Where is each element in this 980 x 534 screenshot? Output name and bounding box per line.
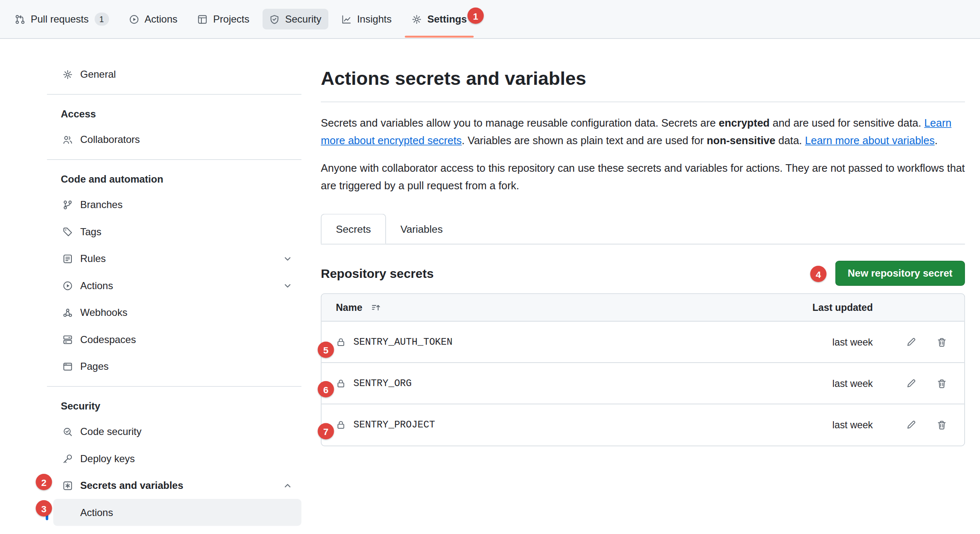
webhook-icon <box>63 308 73 318</box>
tab-actions[interactable]: Actions <box>119 0 188 38</box>
codespaces-icon <box>63 334 73 344</box>
sidebar-section-code-and-automation: Code and automation <box>47 166 302 191</box>
sidebar-item-label: Rules <box>80 253 106 264</box>
github-repo-settings-page: Pull requests 1 Actions Projects Securit… <box>0 0 980 534</box>
secret-name: SENTRY_PROJECT <box>353 420 435 431</box>
tag-icon <box>63 226 73 236</box>
link-variables[interactable]: Learn more about variables <box>805 135 934 147</box>
divider <box>47 159 302 160</box>
section-title: Repository secrets <box>321 266 434 281</box>
sidebar-item-actions[interactable]: Actions <box>47 272 302 299</box>
column-header-name[interactable]: Name <box>336 302 362 313</box>
intro-text: . <box>934 135 937 147</box>
sidebar-item-tags[interactable]: Tags <box>47 218 302 245</box>
sidebar-item-label: Pages <box>80 361 109 372</box>
sidebar-item-branches[interactable]: Branches <box>47 191 302 219</box>
sidebar-item-rules[interactable]: Rules <box>47 245 302 272</box>
tab-label: Settings <box>427 14 467 25</box>
annotation-badge-2: 2 <box>36 474 52 490</box>
sidebar-item-label: Webhooks <box>80 307 127 318</box>
secret-row-sentry-org: SENTRY_ORG last week <box>322 363 965 404</box>
chevron-up-icon <box>283 481 293 491</box>
tab-secrets[interactable]: Secrets <box>321 214 386 244</box>
secret-last-updated: last week <box>804 336 873 348</box>
delete-secret-button[interactable] <box>937 378 947 388</box>
secret-name-cell: SENTRY_ORG <box>332 378 804 389</box>
intro-text: and are used for sensitive data. <box>769 117 924 130</box>
sidebar-item-secrets-and-variables[interactable]: Secrets and variables <box>47 472 302 499</box>
sidebar-item-label: Actions <box>80 280 113 291</box>
sidebar-section-access: Access <box>47 101 302 126</box>
sidebar-item-pages[interactable]: Pages <box>47 353 302 380</box>
annotation-badge-5: 5 <box>318 342 334 358</box>
sidebar-item-label: General <box>80 69 116 80</box>
browser-icon <box>63 361 73 371</box>
tab-projects[interactable]: Projects <box>188 0 259 38</box>
secret-name: SENTRY_AUTH_TOKEN <box>353 336 452 348</box>
git-branch-icon <box>63 200 73 210</box>
column-header-name-cell: Name <box>332 302 804 313</box>
sidebar-item-label: Collaborators <box>80 134 140 145</box>
delete-secret-button[interactable] <box>937 337 947 347</box>
sidebar-item-deploy-keys[interactable]: Deploy keys <box>47 445 302 472</box>
people-icon <box>63 135 73 145</box>
sidebar-item-collaborators[interactable]: Collaborators <box>47 126 302 153</box>
tab-variables[interactable]: Variables <box>386 214 457 244</box>
secret-actions-cell <box>873 337 955 347</box>
annotation-badge-4: 4 <box>810 266 827 282</box>
sidebar-item-webhooks[interactable]: Webhooks <box>47 299 302 326</box>
delete-secret-button[interactable] <box>937 420 947 430</box>
intro-text: Secrets and variables allow you to manag… <box>321 117 719 130</box>
tab-pull-requests[interactable]: Pull requests 1 <box>5 0 119 38</box>
secrets-table: Name Last updated SENTRY_AUTH_TOKEN last… <box>321 293 965 446</box>
asterisk-box-icon <box>63 481 73 491</box>
repo-tab-navigation: Pull requests 1 Actions Projects Securit… <box>0 0 980 39</box>
play-circle-icon <box>129 14 139 24</box>
chevron-down-icon <box>283 254 293 264</box>
annotation-badge-7: 7 <box>318 423 334 440</box>
gear-icon <box>411 14 421 24</box>
secret-name-cell: SENTRY_AUTH_TOKEN <box>332 336 804 348</box>
new-repository-secret-button[interactable]: New repository secret <box>835 261 965 286</box>
sort-ascending-icon[interactable] <box>371 303 381 313</box>
edit-secret-button[interactable] <box>906 420 916 430</box>
secret-actions-cell <box>873 420 955 430</box>
sidebar-item-label: Tags <box>80 226 102 237</box>
tab-label: Actions <box>145 14 178 25</box>
graph-icon <box>341 14 351 24</box>
tab-label: Security <box>285 14 322 25</box>
intro-text: data. <box>775 135 805 147</box>
secrets-table-header: Name Last updated <box>322 294 965 322</box>
edit-secret-button[interactable] <box>906 337 916 347</box>
rules-icon <box>63 254 73 264</box>
secret-row-sentry-project: SENTRY_PROJECT last week <box>322 404 965 446</box>
secret-last-updated: last week <box>804 378 873 389</box>
sidebar-item-label: Deploy keys <box>80 453 135 464</box>
lock-icon <box>336 420 346 430</box>
active-tab-underline <box>405 36 474 38</box>
tab-label: Projects <box>213 14 249 25</box>
intro-bold-non-sensitive: non-sensitive <box>707 135 775 147</box>
secret-last-updated: last week <box>804 420 873 431</box>
annotation-badge-3: 3 <box>36 500 52 516</box>
edit-secret-button[interactable] <box>906 378 916 388</box>
sidebar-item-codespaces[interactable]: Codespaces <box>47 326 302 353</box>
tab-settings[interactable]: Settings <box>401 0 477 38</box>
sidebar-item-code-security[interactable]: Code security <box>47 418 302 445</box>
tab-label: Insights <box>357 14 392 25</box>
secrets-variables-tabnav: Secrets Variables <box>321 214 965 245</box>
sidebar-item-general[interactable]: General <box>47 61 302 88</box>
tab-insights[interactable]: Insights <box>331 0 401 38</box>
intro-text: . Variables are shown as plain text and … <box>462 135 706 147</box>
content-area: General Access Collaborators Code and au… <box>0 39 980 526</box>
secret-actions-cell <box>873 378 955 388</box>
page-title: Actions secrets and variables <box>321 65 965 92</box>
git-pull-request-icon <box>15 14 25 24</box>
annotation-badge-1: 1 <box>467 8 484 24</box>
note-paragraph: Anyone with collaborator access to this … <box>321 160 965 195</box>
gear-icon <box>63 69 73 79</box>
codescan-icon <box>63 427 73 437</box>
column-header-last-updated: Last updated <box>804 302 873 313</box>
tab-security[interactable]: Security <box>259 0 331 38</box>
sidebar-subitem-actions-secrets[interactable]: Actions <box>53 499 302 526</box>
